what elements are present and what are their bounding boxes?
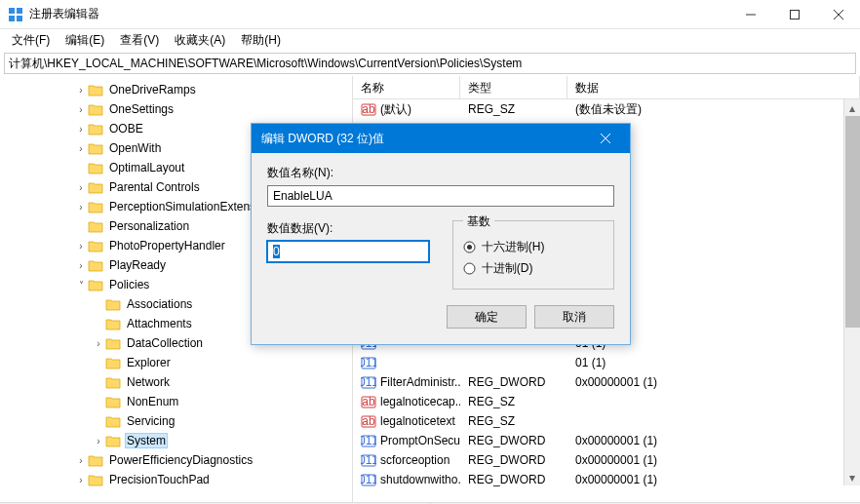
tree-item-label: OpenWith xyxy=(107,140,163,156)
svg-point-52 xyxy=(464,263,475,274)
list-row[interactable]: 011PromptOnSecu...REG_DWORD0x00000001 (1… xyxy=(353,431,860,450)
tree-item[interactable]: ›OneDriveRamps xyxy=(4,80,352,99)
value-name: scforceoption xyxy=(380,453,450,467)
column-header-type[interactable]: 类型 xyxy=(460,76,567,98)
tree-item-label: OneSettings xyxy=(107,101,176,117)
minimize-icon xyxy=(746,10,756,19)
svg-rect-0 xyxy=(9,8,15,14)
dialog-close-button[interactable] xyxy=(591,131,620,146)
value-data: 0x00000001 (1) xyxy=(567,453,860,467)
expand-icon[interactable]: › xyxy=(92,338,105,349)
svg-text:ab: ab xyxy=(362,102,375,116)
value-type: REG_SZ xyxy=(460,414,567,428)
value-type: REG_DWORD xyxy=(460,453,567,467)
list-row[interactable]: ablegalnoticecap...REG_SZ xyxy=(353,392,860,411)
list-row[interactable]: ab(默认)REG_SZ(数值未设置) xyxy=(353,99,860,119)
svg-text:ab: ab xyxy=(362,414,375,428)
close-icon xyxy=(834,10,843,19)
list-row[interactable]: ablegalnoticetextREG_SZ xyxy=(353,411,860,431)
tree-item[interactable]: Explorer xyxy=(4,353,352,372)
maximize-button[interactable] xyxy=(772,0,816,29)
list-row[interactable]: 01101 (1) xyxy=(353,353,860,372)
tree-item-label: Associations xyxy=(125,296,194,312)
scroll-up-icon[interactable]: ▴ xyxy=(844,99,860,116)
tree-item-label: System xyxy=(125,433,168,448)
vertical-scrollbar[interactable]: ▴ ▾ xyxy=(843,99,860,485)
tree-item[interactable]: Servicing xyxy=(4,411,352,431)
menu-edit[interactable]: 编辑(E) xyxy=(58,30,112,51)
expand-icon[interactable]: › xyxy=(74,143,88,154)
title-bar: 注册表编辑器 xyxy=(0,0,860,29)
value-type: REG_DWORD xyxy=(460,473,567,486)
expand-icon[interactable]: › xyxy=(74,455,88,466)
value-name: legalnoticecap... xyxy=(380,395,460,408)
column-header-data[interactable]: 数据 xyxy=(567,76,860,98)
tree-item-label: PrecisionTouchPad xyxy=(107,472,212,487)
value-name-input[interactable] xyxy=(267,185,614,207)
menu-favorites[interactable]: 收藏夹(A) xyxy=(167,30,233,51)
svg-text:ab: ab xyxy=(362,395,375,408)
tree-item[interactable]: ›PrecisionTouchPad xyxy=(4,470,352,489)
expand-icon[interactable]: › xyxy=(74,104,88,115)
expand-icon[interactable]: › xyxy=(74,182,88,193)
dialog-title-bar[interactable]: 编辑 DWORD (32 位)值 xyxy=(252,124,630,153)
svg-text:011: 011 xyxy=(361,434,376,447)
collapse-icon[interactable]: ˅ xyxy=(74,280,88,291)
tree-item-label: Explorer xyxy=(125,355,173,370)
scroll-down-icon[interactable]: ▾ xyxy=(844,469,860,485)
expand-icon[interactable]: › xyxy=(92,436,105,446)
radio-unselected-icon xyxy=(463,262,476,275)
radio-selected-icon xyxy=(463,241,476,253)
ok-button[interactable]: 确定 xyxy=(447,305,527,329)
menu-file[interactable]: 文件(F) xyxy=(4,30,58,51)
radio-hex[interactable]: 十六进制(H) xyxy=(463,236,604,257)
tree-item-label: Policies xyxy=(107,277,151,292)
list-row[interactable]: 011FilterAdministr...REG_DWORD0x00000001… xyxy=(353,372,860,392)
value-data-label: 数值数据(V): xyxy=(267,220,429,237)
menu-view[interactable]: 查看(V) xyxy=(112,30,167,51)
tree-item[interactable]: ›System xyxy=(4,431,352,450)
svg-text:011: 011 xyxy=(361,375,376,389)
radio-dec[interactable]: 十进制(D) xyxy=(463,257,604,279)
value-type: REG_SZ xyxy=(460,102,567,116)
value-name: legalnoticetext xyxy=(380,414,455,428)
tree-item[interactable]: ›PowerEfficiencyDiagnostics xyxy=(4,450,352,470)
value-data: 0x00000001 (1) xyxy=(567,434,860,447)
tree-item-label: OptimalLayout xyxy=(107,160,186,175)
tree-item[interactable]: ›OneSettings xyxy=(4,99,352,119)
list-row[interactable]: 011shutdownwitho...REG_DWORD0x00000001 (… xyxy=(353,470,860,489)
close-icon xyxy=(601,134,610,143)
dialog-title-text: 编辑 DWORD (32 位)值 xyxy=(261,131,591,147)
expand-icon[interactable]: › xyxy=(74,241,88,252)
svg-rect-1 xyxy=(17,8,22,14)
column-header-name[interactable]: 名称 xyxy=(353,76,460,98)
tree-item[interactable]: NonEnum xyxy=(4,392,352,411)
edit-dword-dialog: 编辑 DWORD (32 位)值 数值名称(N): 数值数据(V): 0 基数 … xyxy=(251,123,631,345)
tree-item[interactable]: Network xyxy=(4,372,352,392)
tree-item-label: NonEnum xyxy=(125,394,180,409)
svg-text:011: 011 xyxy=(361,356,376,369)
expand-icon[interactable]: › xyxy=(74,260,88,271)
expand-icon[interactable]: › xyxy=(74,124,88,135)
svg-text:011: 011 xyxy=(361,473,376,486)
minimize-button[interactable] xyxy=(728,0,772,29)
menu-help[interactable]: 帮助(H) xyxy=(233,30,289,51)
menu-bar: 文件(F) 编辑(E) 查看(V) 收藏夹(A) 帮助(H) xyxy=(0,29,860,51)
maximize-icon xyxy=(790,10,800,19)
close-button[interactable] xyxy=(816,0,860,29)
svg-rect-2 xyxy=(9,16,15,21)
expand-icon[interactable]: › xyxy=(74,85,88,96)
expand-icon[interactable]: › xyxy=(74,475,88,485)
cancel-button[interactable]: 取消 xyxy=(534,305,614,329)
value-name: PromptOnSecu... xyxy=(380,434,460,447)
path-bar[interactable]: 计算机\HKEY_LOCAL_MACHINE\SOFTWARE\Microsof… xyxy=(4,53,856,74)
tree-item-label: Personalization xyxy=(107,218,191,234)
list-row[interactable]: 011scforceoptionREG_DWORD0x00000001 (1) xyxy=(353,450,860,470)
tree-item-label: Attachments xyxy=(125,316,194,331)
tree-item-label: PowerEfficiencyDiagnostics xyxy=(107,452,254,468)
expand-icon[interactable]: › xyxy=(74,202,88,213)
value-data-input[interactable]: 0 xyxy=(267,241,429,262)
path-text: 计算机\HKEY_LOCAL_MACHINE\SOFTWARE\Microsof… xyxy=(9,56,522,72)
svg-point-51 xyxy=(467,245,472,250)
tree-item-label: OOBE xyxy=(107,121,145,136)
